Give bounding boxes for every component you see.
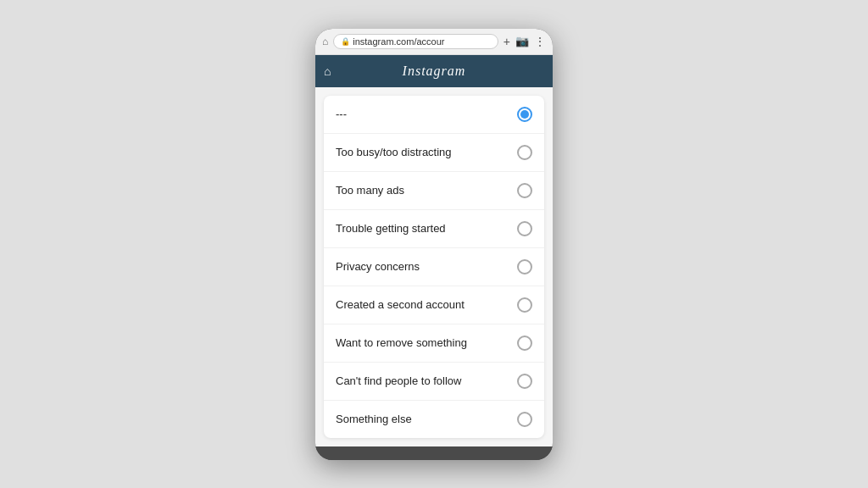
header-home-icon[interactable]: ⌂ (324, 64, 331, 78)
browser-home-icon[interactable]: ⌂ (322, 36, 328, 47)
instagram-tab-icon: 📷 (515, 35, 529, 47)
option-second-account-label: Created a second account (336, 298, 465, 311)
option-cant-find-people[interactable]: Can't find people to follow (324, 363, 544, 401)
add-tab-button[interactable]: + (504, 35, 510, 48)
option-default-label: --- (336, 108, 347, 120)
option-default[interactable]: --- (324, 96, 544, 134)
browser-bar: ⌂ 🔒 instagram.com/accour + 📷 ⋮ (315, 29, 553, 55)
options-dropdown: --- Too busy/too distracting Too many ad… (324, 96, 544, 438)
option-cant-find-people-label: Can't find people to follow (336, 374, 461, 387)
option-something-else-radio[interactable] (517, 412, 532, 427)
option-something-else[interactable]: Something else (324, 401, 544, 438)
content-area: --- Too busy/too distracting Too many ad… (315, 87, 553, 446)
instagram-header: ⌂ Instagram (315, 55, 553, 87)
option-too-busy-label: Too busy/too distracting (336, 146, 452, 158)
option-second-account[interactable]: Created a second account (324, 286, 544, 324)
option-trouble-starting-label: Trouble getting started (336, 222, 446, 235)
option-privacy-label: Privacy concerns (336, 260, 420, 273)
option-privacy-radio[interactable] (517, 259, 532, 274)
phone-frame: ⌂ 🔒 instagram.com/accour + 📷 ⋮ ⌂ Instagr… (315, 29, 553, 460)
option-something-else-label: Something else (336, 413, 412, 425)
option-too-many-ads-label: Too many ads (336, 184, 404, 197)
option-remove-something-label: Want to remove something (336, 336, 467, 349)
option-second-account-radio[interactable] (517, 297, 532, 313)
option-trouble-starting-radio[interactable] (517, 221, 532, 236)
option-remove-something-radio[interactable] (517, 336, 532, 351)
option-too-many-ads[interactable]: Too many ads (324, 172, 544, 210)
option-trouble-starting[interactable]: Trouble getting started (324, 210, 544, 248)
option-too-busy-radio[interactable] (517, 145, 532, 160)
option-remove-something[interactable]: Want to remove something (324, 324, 544, 363)
option-privacy[interactable]: Privacy concerns (324, 248, 544, 286)
address-bar[interactable]: 🔒 instagram.com/accour (333, 34, 498, 49)
browser-menu-button[interactable]: ⋮ (534, 35, 546, 48)
option-default-radio[interactable] (517, 107, 532, 122)
lock-icon: 🔒 (341, 37, 350, 46)
bottom-bar (315, 446, 553, 460)
instagram-logo: Instagram (403, 64, 466, 79)
option-too-busy[interactable]: Too busy/too distracting (324, 134, 544, 172)
address-text: instagram.com/accour (353, 36, 444, 47)
option-cant-find-people-radio[interactable] (517, 374, 532, 389)
option-too-many-ads-radio[interactable] (517, 183, 532, 198)
